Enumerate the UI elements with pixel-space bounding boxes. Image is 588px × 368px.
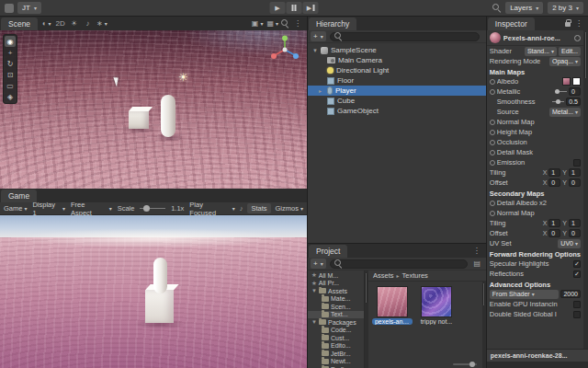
play-button[interactable]: ▶ bbox=[270, 2, 286, 14]
expand-arrow-icon[interactable] bbox=[311, 288, 317, 293]
texture-slot-icon[interactable] bbox=[490, 120, 495, 125]
smoothness-field[interactable]: 0.5 bbox=[566, 98, 581, 106]
texture-slot-icon[interactable] bbox=[490, 201, 495, 206]
scale-slider-knob[interactable] bbox=[143, 205, 150, 212]
hierarchy-item-main-camera[interactable]: Main Camera bbox=[308, 55, 486, 65]
texture-thumbnail[interactable] bbox=[421, 286, 452, 317]
scene-menu-icon[interactable]: ⋮ bbox=[291, 19, 304, 28]
breadcrumb-assets[interactable]: Assets bbox=[373, 271, 394, 280]
rendering-mode-dropdown[interactable]: Opaq... bbox=[549, 57, 581, 66]
emission-checkbox[interactable] bbox=[573, 159, 581, 167]
texture-slot-icon[interactable] bbox=[490, 130, 495, 135]
hierarchy-item-cube[interactable]: Cube bbox=[308, 96, 486, 106]
game-view-menu-dropdown[interactable]: Game bbox=[4, 204, 27, 213]
grid-visibility-dropdown[interactable]: ▦ bbox=[266, 18, 279, 29]
lock-icon[interactable] bbox=[565, 22, 571, 27]
version-control-icon[interactable] bbox=[5, 4, 14, 13]
asset-trippy-texture[interactable]: trippy not... bbox=[419, 286, 454, 325]
scene-player-capsule[interactable] bbox=[161, 95, 175, 137]
gizmos-dropdown[interactable]: Gizmos bbox=[276, 204, 303, 213]
inspector-menu-icon[interactable]: ⋮ bbox=[572, 19, 585, 28]
hierarchy-create-button[interactable]: + bbox=[311, 31, 326, 41]
hierarchy-item-gameobject[interactable]: GameObject bbox=[308, 106, 486, 116]
render-queue-dropdown[interactable]: From Shader bbox=[490, 290, 560, 299]
tiling-y-field[interactable]: 1 bbox=[569, 168, 581, 177]
metallic-slider[interactable] bbox=[555, 91, 567, 92]
hierarchy-item-directional-light[interactable]: Directional Light bbox=[308, 65, 486, 75]
source-dropdown[interactable]: Metal... bbox=[549, 108, 581, 117]
scene-search-icon[interactable] bbox=[281, 19, 289, 28]
package-item[interactable]: JetBr... bbox=[308, 350, 364, 358]
gear-icon[interactable] bbox=[574, 35, 581, 41]
render-queue-field[interactable]: 2000 bbox=[560, 290, 581, 298]
step-button[interactable]: ▶ bbox=[303, 2, 319, 14]
tab-project[interactable]: Project bbox=[309, 245, 347, 258]
hierarchy-item-samplescene[interactable]: SampleScene bbox=[308, 45, 486, 55]
metallic-field[interactable]: 0 bbox=[569, 87, 581, 96]
texture-slot-icon[interactable] bbox=[490, 140, 495, 145]
breadcrumb-textures[interactable]: Textures bbox=[402, 271, 428, 280]
package-item[interactable]: Newt... bbox=[308, 358, 364, 366]
project-menu-icon[interactable]: ⋮ bbox=[470, 247, 483, 255]
tab-game[interactable]: Game bbox=[1, 190, 37, 202]
expand-arrow-icon[interactable] bbox=[312, 48, 318, 53]
view-tool-button[interactable]: ◉ bbox=[5, 36, 16, 47]
favorite-all-prefabs[interactable]: ★ All Pr... bbox=[308, 280, 364, 288]
scene-cube-object[interactable] bbox=[129, 111, 149, 129]
tab-inspector[interactable]: Inspector bbox=[488, 17, 535, 30]
layout-dropdown[interactable]: 2 by 3 bbox=[548, 2, 583, 14]
expand-arrow-icon[interactable] bbox=[319, 87, 324, 94]
preview-asset-name[interactable]: pexels-anni-roenkae-28... bbox=[487, 350, 588, 362]
assets-scrollbar[interactable] bbox=[482, 282, 486, 368]
asset-pexels-texture[interactable]: pexels-ann... bbox=[375, 286, 410, 325]
pause-button[interactable] bbox=[287, 2, 302, 14]
folder-materials[interactable]: Mate... bbox=[308, 295, 364, 304]
folder-assets[interactable]: Assets bbox=[308, 287, 364, 295]
texture-thumbnail[interactable] bbox=[377, 286, 408, 317]
scene-audio-toggle[interactable]: ♪ bbox=[82, 18, 94, 29]
tab-hierarchy[interactable]: Hierarchy bbox=[309, 17, 356, 30]
package-item[interactable]: Cust... bbox=[308, 334, 364, 342]
scene-viewport[interactable]: ☀ ◉ + ↻ ⊡ ▭ ◈ bbox=[0, 30, 307, 189]
albedo-texture-thumb[interactable] bbox=[562, 77, 571, 86]
mute-audio-icon[interactable]: ♪ bbox=[240, 204, 243, 213]
transform-tool-button[interactable]: ◈ bbox=[5, 91, 16, 102]
scale-slider[interactable] bbox=[140, 208, 165, 209]
folder-packages[interactable]: Packages bbox=[308, 318, 364, 327]
texture-slot-icon[interactable] bbox=[490, 160, 495, 166]
package-visibility-icon[interactable]: ▤ bbox=[471, 259, 483, 270]
tab-scene[interactable]: Scene bbox=[1, 17, 38, 30]
inspector-scrollbar[interactable] bbox=[583, 30, 588, 349]
offset2-y-field[interactable]: 0 bbox=[569, 229, 581, 237]
2d-toggle-button[interactable]: 2D bbox=[54, 18, 66, 29]
project-search-input[interactable] bbox=[330, 259, 468, 269]
layers-dropdown[interactable]: Layers bbox=[505, 2, 543, 14]
tiling2-x-field[interactable]: 1 bbox=[548, 219, 560, 227]
texture-slot-icon[interactable] bbox=[490, 150, 495, 155]
smoothness-slider[interactable] bbox=[552, 101, 564, 102]
folder-scenes[interactable]: Scen... bbox=[308, 303, 364, 311]
aspect-ratio-dropdown[interactable]: Free Aspect bbox=[71, 201, 112, 217]
tiling2-y-field[interactable]: 1 bbox=[569, 219, 581, 227]
offset-y-field[interactable]: 0 bbox=[569, 178, 581, 187]
offset2-x-field[interactable]: 0 bbox=[548, 229, 560, 237]
rect-tool-button[interactable]: ▭ bbox=[5, 80, 16, 91]
play-focused-dropdown[interactable]: Play Focused bbox=[189, 201, 234, 217]
package-item[interactable]: Code... bbox=[308, 327, 364, 335]
texture-slot-icon[interactable] bbox=[490, 79, 495, 85]
offset-x-field[interactable]: 0 bbox=[548, 178, 560, 187]
hierarchy-search-input[interactable] bbox=[330, 32, 480, 41]
scale-tool-button[interactable]: ⊡ bbox=[5, 69, 16, 80]
specular-checkbox[interactable]: ✓ bbox=[573, 260, 581, 268]
stats-button[interactable]: Stats bbox=[247, 203, 270, 213]
folder-textures[interactable]: Text... bbox=[308, 311, 364, 319]
search-icon[interactable] bbox=[492, 4, 501, 12]
thumbnail-size-slider[interactable] bbox=[453, 363, 477, 365]
hierarchy-item-floor[interactable]: Floor bbox=[308, 75, 486, 86]
texture-slot-icon[interactable] bbox=[490, 89, 495, 95]
account-dropdown[interactable]: JT bbox=[17, 2, 41, 14]
move-tool-button[interactable]: + bbox=[5, 47, 16, 58]
expand-arrow-icon[interactable] bbox=[311, 319, 317, 325]
scene-lighting-toggle[interactable]: ☀ bbox=[68, 18, 80, 29]
project-create-button[interactable]: + bbox=[311, 259, 326, 269]
